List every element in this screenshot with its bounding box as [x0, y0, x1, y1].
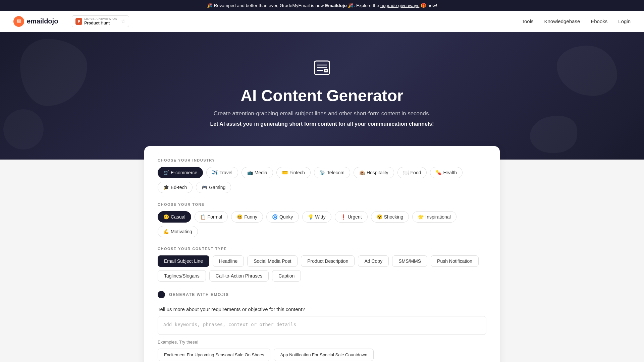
- example-chip-2[interactable]: App Notification For Special Sale Countd…: [274, 349, 373, 361]
- example-chip-1[interactable]: Excitement For Upcoming Seasonal Sale On…: [158, 349, 270, 361]
- industry-media[interactable]: 📺Media: [241, 167, 273, 178]
- nav-ebooks[interactable]: Ebooks: [591, 18, 607, 24]
- banner-middle: 🎉. Explore the: [347, 3, 380, 8]
- top-banner: 🎉 Revamped and better than ever, GradeMy…: [0, 0, 644, 11]
- blob-3: [3, 109, 44, 149]
- industry-hospitality[interactable]: 🏨Hospitality: [354, 167, 394, 178]
- content-headline[interactable]: Headline: [213, 255, 244, 267]
- hero-section: AI Content Generator Create attention-gr…: [0, 32, 644, 160]
- content-ad-copy[interactable]: Ad Copy: [358, 255, 389, 267]
- emoji-toggle[interactable]: [158, 291, 165, 298]
- examples-label: Examples, Try these!: [158, 340, 486, 345]
- tone-inspirational[interactable]: 🌟Inspirational: [412, 211, 457, 223]
- tone-funny[interactable]: 😄Funny: [231, 211, 263, 223]
- blob-2: [557, 46, 617, 96]
- ph-leave-text: LEAVE A REVIEW ON: [84, 17, 117, 21]
- banner-text: 🎉 Revamped and better than ever, GradeMy…: [207, 3, 325, 8]
- industry-ecommerce[interactable]: 🛒E-commerce: [158, 167, 203, 178]
- industry-food[interactable]: 🍽️Food: [397, 167, 427, 178]
- emoji-toggle-row: GENERATE WITH EMOJIS: [158, 291, 486, 298]
- navbar: ✉ emaildojo P LEAVE A REVIEW ON Product …: [0, 11, 644, 32]
- tone-casual[interactable]: 😊Casual: [158, 211, 191, 223]
- nav-login[interactable]: Login: [618, 18, 631, 24]
- content-product-desc[interactable]: Product Description: [301, 255, 355, 267]
- content-type-label: CHOOSE YOUR CONTENT TYPE: [158, 247, 486, 251]
- tone-chip-group: 😊Casual 📋Formal 😄Funny 🌀Quirky 💡Witty ❗U…: [158, 211, 486, 237]
- industry-fintech[interactable]: 💳Fintech: [276, 167, 311, 178]
- star-icon: ☆: [121, 18, 125, 24]
- blob-1: [20, 39, 87, 106]
- industry-telecom[interactable]: 📡Telecom: [314, 167, 350, 178]
- industry-chip-group: 🛒E-commerce ✈️Travel 📺Media 💳Fintech 📡Te…: [158, 167, 486, 193]
- hero-subtitle: Create attention-grabbing email subject …: [214, 110, 430, 117]
- hero-title: AI Content Generator: [240, 86, 403, 105]
- banner-suffix: 🎁 now!: [419, 3, 437, 8]
- ph-name-text: Product Hunt: [84, 21, 117, 25]
- nav-divider: [65, 16, 65, 27]
- industry-travel[interactable]: ✈️Travel: [206, 167, 238, 178]
- tone-label: CHOOSE YOUR TONE: [158, 202, 486, 206]
- brand-icon: ✉: [13, 16, 24, 27]
- industry-health[interactable]: 💊Health: [430, 167, 462, 178]
- content-sms[interactable]: SMS/MMS: [392, 255, 427, 267]
- hero-cta: Let AI assist you in generating short fo…: [210, 121, 434, 127]
- content-email-subject[interactable]: Email Subject Line: [158, 255, 209, 267]
- blob-4: [530, 116, 577, 153]
- nav-links: Tools Knowledgebase Ebooks Login: [522, 18, 631, 24]
- brand-logo[interactable]: ✉ emaildojo: [13, 16, 58, 27]
- brand-name: emaildojo: [27, 17, 58, 25]
- content-taglines[interactable]: Taglines/Slogans: [158, 270, 206, 282]
- product-hunt-text: LEAVE A REVIEW ON Product Hunt: [84, 17, 117, 25]
- tone-urgent[interactable]: ❗Urgent: [335, 211, 368, 223]
- tone-shocking[interactable]: 😮Shocking: [371, 211, 409, 223]
- main-card: CHOOSE YOUR INDUSTRY 🛒E-commerce ✈️Trave…: [144, 146, 500, 362]
- tone-witty[interactable]: 💡Witty: [302, 211, 331, 223]
- content-social-media[interactable]: Social Media Post: [247, 255, 298, 267]
- tone-motivating[interactable]: 💪Motivating: [158, 226, 198, 237]
- banner-link[interactable]: upgrade giveaways: [380, 3, 419, 8]
- tone-quirky[interactable]: 🌀Quirky: [266, 211, 299, 223]
- content-caption[interactable]: Caption: [272, 270, 301, 282]
- nav-knowledgebase[interactable]: Knowledgebase: [544, 18, 580, 24]
- product-hunt-badge[interactable]: P LEAVE A REVIEW ON Product Hunt ☆: [72, 15, 129, 27]
- industry-gaming[interactable]: 🎮Gaming: [196, 182, 231, 193]
- industry-label: CHOOSE YOUR INDUSTRY: [158, 158, 486, 162]
- emoji-toggle-label: GENERATE WITH EMOJIS: [169, 292, 229, 297]
- requirements-label: Tell us more about your requirements or …: [158, 306, 486, 312]
- content-type-chip-group: Email Subject Line Headline Social Media…: [158, 255, 486, 282]
- industry-edtech[interactable]: 🎓Ed-tech: [158, 182, 193, 193]
- content-push-notification[interactable]: Push Notification: [431, 255, 479, 267]
- nav-tools[interactable]: Tools: [522, 18, 533, 24]
- product-hunt-icon: P: [75, 18, 82, 25]
- example-chips: Excitement For Upcoming Seasonal Sale On…: [158, 349, 486, 362]
- content-cta[interactable]: Call-to-Action Phrases: [209, 270, 269, 282]
- banner-brand: Emaildojo: [325, 3, 347, 8]
- hero-icon: [313, 58, 331, 81]
- requirements-input[interactable]: [158, 316, 486, 335]
- tone-formal[interactable]: 📋Formal: [195, 211, 228, 223]
